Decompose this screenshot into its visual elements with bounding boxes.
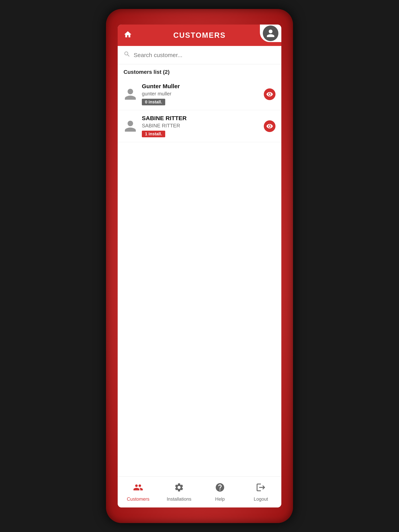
profile-badge[interactable]	[260, 25, 281, 42]
customer-avatar	[123, 88, 137, 101]
customer-name: Gunter Muller	[142, 83, 259, 89]
installations-nav-label: Installations	[167, 496, 192, 502]
nav-item-logout[interactable]: Logout	[243, 482, 278, 502]
nav-item-customers[interactable]: Customers	[121, 482, 156, 502]
bottom-nav: Customers Installations Help	[118, 476, 281, 507]
customers-nav-label: Customers	[127, 496, 149, 502]
view-customer-button[interactable]	[264, 120, 276, 132]
table-row: Gunter Muller gunter muller 0 install.	[118, 78, 281, 110]
help-nav-label: Help	[215, 496, 225, 502]
avatar	[263, 25, 278, 41]
customer-info: Gunter Muller gunter muller 0 install.	[142, 83, 259, 105]
customers-nav-icon	[133, 482, 143, 495]
nav-item-help[interactable]: Help	[202, 482, 238, 502]
customer-username: gunter muller	[142, 91, 259, 97]
search-bar	[118, 46, 281, 64]
help-nav-icon	[215, 482, 225, 495]
search-icon	[123, 51, 130, 59]
installations-nav-icon	[174, 482, 184, 495]
customers-list: Gunter Muller gunter muller 0 install.	[118, 78, 281, 277]
install-badge: 1 install.	[142, 131, 165, 137]
customer-avatar	[123, 119, 137, 133]
nav-item-installations[interactable]: Installations	[161, 482, 197, 502]
logout-nav-label: Logout	[254, 496, 268, 502]
table-row: SABINE RITTER SABINE RITTER 1 install.	[118, 110, 281, 142]
list-header: Customers list (2)	[118, 64, 281, 78]
content-spacer	[118, 277, 281, 476]
screen: CUSTOMERS Customers list (2)	[118, 25, 281, 507]
view-customer-button[interactable]	[264, 89, 276, 100]
page-title: CUSTOMERS	[173, 31, 225, 39]
customer-info: SABINE RITTER SABINE RITTER 1 install.	[142, 115, 259, 137]
header: CUSTOMERS	[118, 25, 281, 46]
customer-username: SABINE RITTER	[142, 123, 259, 129]
customer-name: SABINE RITTER	[142, 115, 259, 121]
logout-nav-icon	[256, 482, 266, 495]
search-input[interactable]	[134, 52, 276, 58]
home-icon[interactable]	[123, 30, 132, 40]
list-count-label: Customers list (2)	[123, 69, 170, 75]
device-frame: CUSTOMERS Customers list (2)	[106, 9, 293, 523]
install-badge: 0 install.	[142, 99, 165, 105]
